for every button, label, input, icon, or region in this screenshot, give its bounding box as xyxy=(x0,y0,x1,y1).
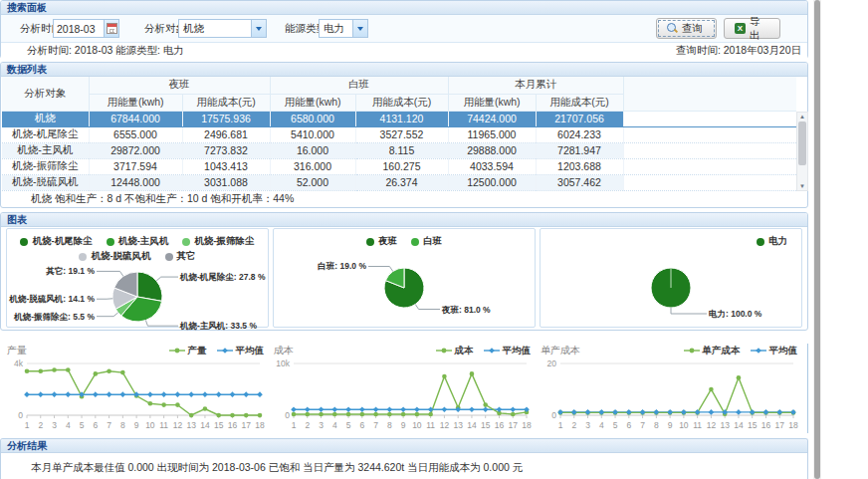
data-point[interactable] xyxy=(360,412,365,417)
data-point[interactable] xyxy=(305,412,310,417)
analysis-time-input[interactable] xyxy=(54,20,104,37)
data-point[interactable] xyxy=(216,413,221,418)
data-point[interactable] xyxy=(66,367,71,372)
legend-item[interactable]: 产量 xyxy=(169,345,207,358)
data-point[interactable] xyxy=(332,412,337,417)
data-point[interactable] xyxy=(203,406,208,411)
data-point[interactable] xyxy=(161,402,166,407)
avg-point xyxy=(387,406,393,412)
table-scrollbar-thumb[interactable] xyxy=(798,121,806,165)
data-point[interactable] xyxy=(189,413,194,418)
data-point[interactable] xyxy=(148,401,153,406)
legend-item[interactable]: 单产成本 xyxy=(684,345,741,358)
x-tick-label: 7 xyxy=(373,420,378,430)
data-point[interactable] xyxy=(470,371,475,376)
legend-item[interactable]: 夜班 xyxy=(366,235,397,248)
summary-query-time: 查询时间: 2018年03月20日 xyxy=(676,43,801,58)
analysis-object-value: 机烧 xyxy=(179,20,251,37)
legend-item[interactable]: 机烧-主风机 xyxy=(107,235,169,248)
cell-value: 4033.594 xyxy=(448,158,536,174)
cell-value: 6024.233 xyxy=(536,126,623,142)
legend-item[interactable]: 机烧-机尾除尘 xyxy=(20,235,92,248)
query-button[interactable]: 查询 xyxy=(656,18,717,39)
cell-value: 29872.000 xyxy=(89,142,182,158)
legend-item[interactable]: 成本 xyxy=(436,345,474,358)
table-row[interactable]: 机烧-主风机29872.0007273.83216.0008.11529888.… xyxy=(2,142,796,158)
legend-item[interactable]: 平均值 xyxy=(751,345,798,358)
combo-trigger[interactable] xyxy=(352,20,367,37)
table-row[interactable]: 机烧-振筛除尘3717.5941043.413316.000160.275403… xyxy=(2,158,796,174)
pie-slice[interactable] xyxy=(137,272,162,301)
avg-point xyxy=(598,409,604,415)
data-point[interactable] xyxy=(94,371,99,376)
analysis-object-combo[interactable]: 机烧 xyxy=(178,19,267,38)
avg-point xyxy=(175,391,181,397)
legend-dot-icon xyxy=(411,238,419,246)
data-point[interactable] xyxy=(258,413,263,418)
export-button[interactable]: X 导出 xyxy=(724,18,780,39)
energy-type-combo[interactable]: 电力 xyxy=(319,19,368,38)
data-point[interactable] xyxy=(25,369,30,374)
data-point[interactable] xyxy=(483,402,488,407)
avg-point xyxy=(483,406,489,412)
legend-item[interactable]: 平均值 xyxy=(217,345,265,358)
search-panel-title: 搜索面板 xyxy=(1,1,807,15)
data-point[interactable] xyxy=(38,369,43,374)
cell-object-name: 机烧-主风机 xyxy=(2,142,89,158)
legend-item[interactable]: 其它 xyxy=(165,250,196,263)
x-tick-label: 6 xyxy=(93,420,98,430)
data-point[interactable] xyxy=(511,412,516,417)
legend-item[interactable]: 平均值 xyxy=(484,345,532,358)
data-point[interactable] xyxy=(120,370,125,375)
data-point[interactable] xyxy=(292,412,297,417)
data-point[interactable] xyxy=(428,412,433,417)
cell-filler xyxy=(623,126,796,142)
legend-item[interactable]: 电力 xyxy=(757,235,787,248)
data-point[interactable] xyxy=(415,412,420,417)
scroll-up-icon[interactable]: ▲ xyxy=(797,113,807,120)
table-row[interactable]: 机烧-脱硫风机12448.0003031.08852.00026.3741250… xyxy=(2,174,796,190)
avg-point xyxy=(345,406,351,412)
data-point[interactable] xyxy=(373,412,378,417)
data-point[interactable] xyxy=(709,387,714,392)
x-tick-label: 9 xyxy=(668,420,673,430)
legend-label: 电力 xyxy=(768,235,787,248)
page-scrollbar[interactable] xyxy=(813,0,821,479)
data-point[interactable] xyxy=(442,374,447,379)
avg-point xyxy=(107,391,112,397)
legend-item[interactable]: 机烧-振筛除尘 xyxy=(182,235,254,248)
chevron-down-icon xyxy=(256,27,262,31)
data-point[interactable] xyxy=(401,412,406,417)
pie-chart-energy-type: 电力电力: 100.0 % xyxy=(540,228,802,328)
data-point[interactable] xyxy=(346,412,351,417)
legend-item[interactable]: 白班 xyxy=(411,235,442,248)
table-row[interactable]: 机烧67844.00017575.9366580.0004131.1207442… xyxy=(2,111,796,126)
line-chart-legend: 单产成本平均值 xyxy=(684,345,798,358)
avg-point xyxy=(305,406,311,412)
table-scrollbar[interactable]: ▲ ▼ xyxy=(796,112,808,191)
avg-point xyxy=(331,406,337,412)
data-point[interactable] xyxy=(230,413,235,418)
cell-object-name: 机烧-脱硫风机 xyxy=(2,174,89,190)
data-point[interactable] xyxy=(107,369,111,374)
data-point[interactable] xyxy=(175,402,180,407)
data-point[interactable] xyxy=(52,367,57,372)
page-scrollbar-thumb[interactable] xyxy=(814,0,820,479)
search-panel: 搜索面板 分析时间 分析对象 机烧 能源类型 电力 查询 X xyxy=(0,0,808,59)
cell-value: 2496.681 xyxy=(182,126,270,142)
data-point[interactable] xyxy=(319,412,324,417)
scroll-down-icon[interactable]: ▼ xyxy=(797,182,807,190)
avg-point xyxy=(667,409,673,415)
table-row[interactable]: 机烧-机尾除尘6555.0002496.6815410.0003527.5521… xyxy=(2,126,796,142)
combo-trigger[interactable] xyxy=(251,20,266,37)
data-point[interactable] xyxy=(387,412,392,417)
legend-label: 成本 xyxy=(455,345,474,358)
legend-item[interactable]: 机烧-脱硫风机 xyxy=(79,250,150,263)
cell-value: 11965.000 xyxy=(448,126,536,142)
cell-filler xyxy=(623,174,796,190)
avg-point xyxy=(571,409,577,415)
data-point[interactable] xyxy=(244,413,249,418)
search-form: 分析时间 分析对象 机烧 能源类型 电力 查询 X 导出 xyxy=(1,15,807,43)
calendar-trigger[interactable] xyxy=(104,20,118,37)
data-point[interactable] xyxy=(737,375,742,380)
